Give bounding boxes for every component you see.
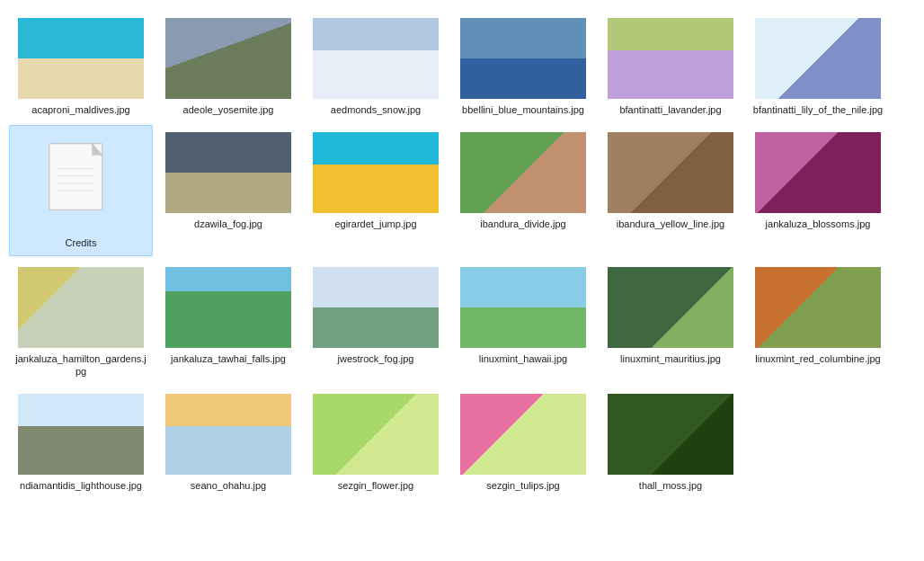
thumbnail-linuxmint_hawaii [460,267,586,348]
file-label-ibandura_divide: ibandura_divide.jpg [480,218,565,230]
file-item-jankaluza_blossoms[interactable]: jankaluza_blossoms.jpg [746,125,890,255]
file-label-aedmonds_snow: aedmonds_snow.jpg [331,103,421,116]
thumbnail-jankaluza_hamilton_gardens [18,267,144,348]
file-item-ndiamantidis_lighthouse[interactable]: ndiamantidis_lighthouse.jpg [9,387,153,497]
file-item-seano_ohahu[interactable]: seano_ohahu.jpg [156,387,300,497]
thumbnail-ndiamantidis_lighthouse [18,394,144,475]
file-label-sezgin_flower: sezgin_flower.jpg [338,479,413,492]
file-item-bfantinatti_lily_of_the_nile[interactable]: bfantinatti_lily_of_the_nile.jpg [746,11,890,121]
thumbnail-ibandura_yellow_line [608,132,733,213]
file-label-ibandura_yellow_line: ibandura_yellow_line.jpg [617,218,724,230]
thumbnail-egirardet_jump [313,132,439,213]
file-label-jankaluza_blossoms: jankaluza_blossoms.jpg [766,218,871,230]
file-item-ibandura_divide[interactable]: ibandura_divide.jpg [451,125,595,255]
file-item-thall_moss[interactable]: thall_moss.jpg [599,387,742,497]
document-icon-credits [18,142,144,223]
file-label-seano_ohahu: seano_ohahu.jpg [191,479,266,492]
file-label-acaproni_maldives: acaproni_maldives.jpg [31,103,129,116]
thumbnail-aedmonds_snow [313,18,439,99]
thumbnail-linuxmint_mauritius [608,267,733,348]
thumbnail-sezgin_flower [313,394,439,475]
file-label-bfantinatti_lavander: bfantinatti_lavander.jpg [619,103,721,116]
file-item-ibandura_yellow_line[interactable]: ibandura_yellow_line.jpg [599,125,742,255]
thumbnail-dzawila_fog [165,132,291,213]
file-label-egirardet_jump: egirardet_jump.jpg [334,218,416,230]
file-label-dzawila_fog: dzawila_fog.jpg [194,218,262,230]
file-label-credits: Credits [66,236,97,249]
thumbnail-bfantinatti_lavander [608,18,733,99]
file-item-jankaluza_hamilton_gardens[interactable]: jankaluza_hamilton_gardens.jpg [9,260,153,384]
file-label-jankaluza_tawhai_falls: jankaluza_tawhai_falls.jpg [171,352,286,365]
file-item-sezgin_tulips[interactable]: sezgin_tulips.jpg [451,387,595,497]
file-label-thall_moss: thall_moss.jpg [639,479,702,492]
file-item-bfantinatti_lavander[interactable]: bfantinatti_lavander.jpg [599,11,742,121]
file-label-bfantinatti_lily_of_the_nile: bfantinatti_lily_of_the_nile.jpg [753,103,883,116]
thumbnail-jankaluza_blossoms [755,132,881,213]
thumbnail-jwestrock_fog [313,267,439,348]
file-label-jwestrock_fog: jwestrock_fog.jpg [338,352,414,365]
thumbnail-ibandura_divide [460,132,586,213]
thumbnail-adeole_yosemite [165,18,291,99]
file-label-adeole_yosemite: adeole_yosemite.jpg [183,103,274,116]
file-item-credits[interactable]: Credits [9,125,153,255]
thumbnail-seano_ohahu [165,394,291,475]
thumbnail-thall_moss [608,394,733,475]
file-item-acaproni_maldives[interactable]: acaproni_maldives.jpg [9,11,153,121]
file-item-adeole_yosemite[interactable]: adeole_yosemite.jpg [156,11,300,121]
file-item-egirardet_jump[interactable]: egirardet_jump.jpg [304,125,448,255]
thumbnail-sezgin_tulips [460,394,586,475]
thumbnail-jankaluza_tawhai_falls [165,267,291,348]
file-label-linuxmint_hawaii: linuxmint_hawaii.jpg [479,352,567,365]
thumbnail-bbellini_blue_mountains [460,18,586,99]
thumbnail-bfantinatti_lily_of_the_nile [755,18,881,99]
file-label-sezgin_tulips: sezgin_tulips.jpg [486,479,559,492]
file-item-jankaluza_tawhai_falls[interactable]: jankaluza_tawhai_falls.jpg [156,260,300,384]
file-item-sezgin_flower[interactable]: sezgin_flower.jpg [304,387,448,497]
file-label-jankaluza_hamilton_gardens: jankaluza_hamilton_gardens.jpg [14,352,147,378]
file-label-ndiamantidis_lighthouse: ndiamantidis_lighthouse.jpg [20,479,142,492]
file-item-linuxmint_mauritius[interactable]: linuxmint_mauritius.jpg [599,260,742,384]
file-label-bbellini_blue_mountains: bbellini_blue_mountains.jpg [462,103,584,116]
file-item-linuxmint_hawaii[interactable]: linuxmint_hawaii.jpg [451,260,595,384]
file-label-linuxmint_mauritius: linuxmint_mauritius.jpg [620,352,721,365]
file-grid: acaproni_maldives.jpgadeole_yosemite.jpg… [0,0,924,508]
thumbnail-acaproni_maldives [18,18,144,99]
file-item-aedmonds_snow[interactable]: aedmonds_snow.jpg [304,11,448,121]
file-label-linuxmint_red_columbine: linuxmint_red_columbine.jpg [755,352,880,365]
file-item-dzawila_fog[interactable]: dzawila_fog.jpg [156,125,300,255]
file-item-jwestrock_fog[interactable]: jwestrock_fog.jpg [304,260,448,384]
file-item-bbellini_blue_mountains[interactable]: bbellini_blue_mountains.jpg [451,11,595,121]
thumbnail-linuxmint_red_columbine [755,267,881,348]
file-item-linuxmint_red_columbine[interactable]: linuxmint_red_columbine.jpg [746,260,890,384]
